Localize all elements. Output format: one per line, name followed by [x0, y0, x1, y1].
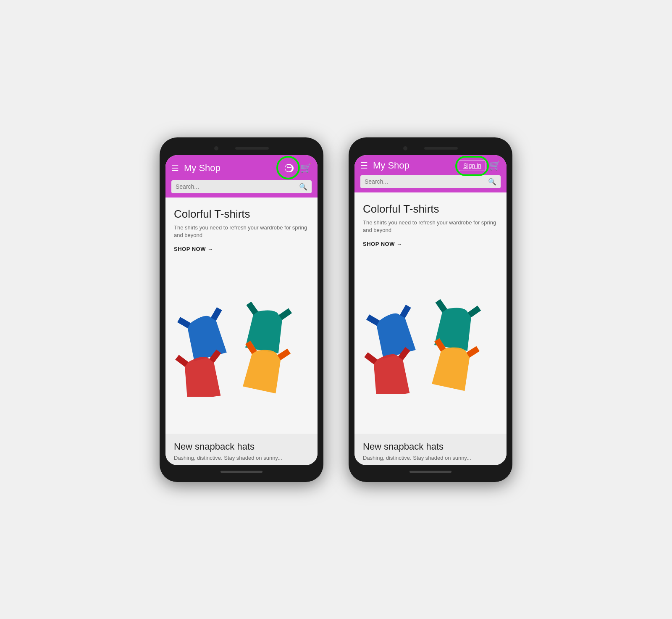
signin-text-button-2[interactable]: Sign in — [459, 160, 486, 171]
search-bar-2: 🔍 — [360, 175, 501, 188]
hamburger-icon-1[interactable]: ☰ — [171, 164, 179, 172]
next-section-2: New snapback hats Dashing, distinctive. … — [354, 434, 507, 465]
home-button-2[interactable] — [410, 471, 452, 473]
next-subtitle-2: Dashing, distinctive. Stay shaded on sun… — [363, 455, 498, 461]
tshirts-image-1 — [174, 296, 309, 397]
app-content-2: Colorful T-shirts The shirts you need to… — [354, 192, 507, 465]
shop-now-button-1[interactable]: SHOP NOW → — [174, 246, 309, 252]
speaker-1 — [235, 147, 269, 150]
phone-2: ☰ My Shop Sign in 🛒 🔍 Colorful T-shirts … — [349, 137, 512, 482]
speaker-2 — [424, 147, 458, 150]
screen-1: ☰ My Shop 🛒 🔍 — [165, 155, 318, 465]
home-button-1[interactable] — [220, 471, 262, 473]
search-input-1[interactable] — [176, 183, 299, 190]
cart-icon-2[interactable]: 🛒 — [489, 160, 501, 171]
comparison-layout: ☰ My Shop 🛒 🔍 — [160, 137, 512, 482]
hero-subtitle-2: The shirts you need to refresh your ward… — [363, 219, 498, 234]
shop-title-2: My Shop — [373, 160, 459, 171]
hero-section-1: Colorful T-shirts The shirts you need to… — [165, 198, 318, 259]
header-top-2: ☰ My Shop Sign in 🛒 — [360, 160, 501, 171]
hamburger-icon-2[interactable]: ☰ — [360, 161, 368, 170]
shop-title-1: My Shop — [184, 163, 281, 174]
hero-subtitle-1: The shirts you need to refresh your ward… — [174, 224, 309, 239]
shop-now-button-2[interactable]: SHOP NOW → — [363, 241, 498, 247]
next-title-1: New snapback hats — [174, 441, 309, 452]
hero-title-1: Colorful T-shirts — [174, 208, 309, 221]
next-title-2: New snapback hats — [363, 441, 498, 452]
next-subtitle-1: Dashing, distinctive. Stay shaded on sun… — [174, 455, 309, 461]
camera-2 — [403, 146, 407, 150]
next-section-1: New snapback hats Dashing, distinctive. … — [165, 434, 318, 465]
phone-notch-2 — [354, 143, 507, 153]
signin-icon-button-1[interactable] — [281, 160, 297, 176]
camera-1 — [214, 146, 218, 150]
screen-2: ☰ My Shop Sign in 🛒 🔍 Colorful T-shirts … — [354, 155, 507, 465]
search-icon-1[interactable]: 🔍 — [299, 183, 307, 191]
phone-1: ☰ My Shop 🛒 🔍 — [160, 137, 323, 482]
tshirts-area-2 — [354, 254, 507, 434]
tshirts-image-2 — [363, 293, 498, 394]
phone-bottom-bar-2 — [354, 468, 507, 476]
app-header-2: ☰ My Shop Sign in 🛒 🔍 — [354, 155, 507, 192]
tshirts-area-1 — [165, 259, 318, 434]
search-bar-1: 🔍 — [171, 180, 312, 193]
search-icon-2[interactable]: 🔍 — [488, 178, 496, 186]
header-top-1: ☰ My Shop 🛒 — [171, 160, 312, 176]
cart-icon-1[interactable]: 🛒 — [300, 163, 312, 174]
hero-section-2: Colorful T-shirts The shirts you need to… — [354, 192, 507, 254]
app-content-1: Colorful T-shirts The shirts you need to… — [165, 198, 318, 465]
phone-bottom-bar-1 — [165, 468, 318, 476]
phone-notch-1 — [165, 143, 318, 153]
hero-title-2: Colorful T-shirts — [363, 203, 498, 216]
search-input-2[interactable] — [365, 178, 488, 185]
app-header-1: ☰ My Shop 🛒 🔍 — [165, 155, 318, 198]
